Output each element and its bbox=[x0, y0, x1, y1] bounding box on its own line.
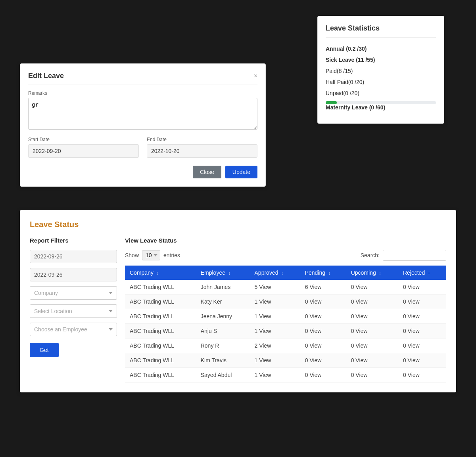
end-date-col: End Date bbox=[147, 137, 257, 158]
cell-rejected: 0 View bbox=[398, 309, 446, 324]
end-date-input[interactable] bbox=[147, 144, 257, 158]
sort-icon-upcoming: ↕ bbox=[379, 271, 381, 275]
cell-employee: Jeena Jenny bbox=[196, 309, 250, 324]
cell-rejected: 0 View bbox=[398, 294, 446, 309]
sort-icon-rejected: ↕ bbox=[428, 271, 430, 275]
start-date-col: Start Date bbox=[28, 137, 139, 158]
cell-pending: 0 View bbox=[300, 338, 346, 353]
company-select[interactable]: Company bbox=[30, 286, 117, 300]
date-row: Start Date End Date bbox=[28, 137, 257, 158]
table-head: Company ↕ Employee ↕ Approved ↕ Pending … bbox=[125, 266, 446, 280]
cell-employee: John James bbox=[196, 280, 250, 294]
stat-annual: Annual (0.2 /30) bbox=[326, 46, 436, 52]
content-area: Report Filters Company Select Location C… bbox=[30, 237, 446, 382]
remarks-group: Remarks gr bbox=[28, 90, 257, 131]
cell-company: ABC Trading WLL bbox=[125, 353, 196, 368]
table-row: ABC Trading WLLKim Travis1 View0 View0 V… bbox=[125, 353, 446, 368]
cell-rejected: 0 View bbox=[398, 368, 446, 382]
view-header: View Leave Status bbox=[125, 237, 446, 244]
sort-icon-pending: ↕ bbox=[328, 271, 330, 275]
start-date-input[interactable] bbox=[28, 144, 139, 158]
table-row: ABC Trading WLLJohn James5 View6 View0 V… bbox=[125, 280, 446, 294]
cell-employee: Sayed Abdul bbox=[196, 368, 250, 382]
stats-title: Leave Statistics bbox=[326, 24, 436, 38]
section-title: Leave Status bbox=[30, 220, 446, 229]
cell-approved: 1 View bbox=[250, 309, 300, 324]
sort-icon-company: ↕ bbox=[157, 271, 159, 275]
maternity-progress-fill bbox=[326, 101, 337, 104]
col-employee[interactable]: Employee ↕ bbox=[196, 266, 250, 280]
cell-upcoming: 0 View bbox=[346, 324, 398, 338]
col-company[interactable]: Company ↕ bbox=[125, 266, 196, 280]
cell-approved: 1 View bbox=[250, 324, 300, 338]
sort-icon-employee: ↕ bbox=[228, 271, 230, 275]
filters-title: Report Filters bbox=[30, 237, 117, 244]
entries-select[interactable]: 10 25 50 bbox=[142, 250, 160, 260]
stat-annual-label: Annual (0.2 /30) bbox=[326, 46, 436, 52]
cell-company: ABC Trading WLL bbox=[125, 368, 196, 382]
entries-label: entries bbox=[163, 252, 180, 258]
show-entries: Show 10 25 50 entries bbox=[125, 250, 180, 260]
search-input[interactable] bbox=[383, 250, 446, 261]
filter-date1-input[interactable] bbox=[30, 250, 117, 263]
close-button[interactable]: Close bbox=[193, 166, 221, 178]
col-pending[interactable]: Pending ↕ bbox=[300, 266, 346, 280]
cell-pending: 0 View bbox=[300, 368, 346, 382]
show-label: Show bbox=[125, 252, 139, 258]
table-area: View Leave Status Show 10 25 50 entries … bbox=[125, 237, 446, 382]
cell-pending: 0 View bbox=[300, 294, 346, 309]
table-row: ABC Trading WLLSayed Abdul1 View0 View0 … bbox=[125, 368, 446, 382]
table-body: ABC Trading WLLJohn James5 View6 View0 V… bbox=[125, 280, 446, 382]
update-button[interactable]: Update bbox=[225, 166, 257, 178]
cell-upcoming: 0 View bbox=[346, 338, 398, 353]
edit-leave-modal: Edit Leave × Remarks gr Start Date End D… bbox=[20, 63, 266, 187]
employee-select[interactable]: Choose an Employee bbox=[30, 323, 117, 336]
stat-half-paid-label: Half Paid(0 /20) bbox=[326, 79, 436, 85]
cell-company: ABC Trading WLL bbox=[125, 280, 196, 294]
leave-table: Company ↕ Employee ↕ Approved ↕ Pending … bbox=[125, 266, 446, 382]
cell-pending: 6 View bbox=[300, 280, 346, 294]
stats-list: Annual (0.2 /30) Sick Leave (11 /55) Pai… bbox=[326, 46, 436, 111]
stat-unpaid: Unpaid(0 /20) bbox=[326, 90, 436, 96]
modal-footer: Close Update bbox=[28, 166, 257, 178]
col-rejected[interactable]: Rejected ↕ bbox=[398, 266, 446, 280]
cell-employee: Katy Ker bbox=[196, 294, 250, 309]
stat-sick-label: Sick Leave (11 /55) bbox=[326, 57, 436, 63]
get-button[interactable]: Get bbox=[30, 343, 59, 357]
stat-paid: Paid(8 /15) bbox=[326, 68, 436, 74]
search-label: Search: bbox=[361, 252, 380, 258]
modal-title: Edit Leave bbox=[28, 72, 64, 80]
table-row: ABC Trading WLLJeena Jenny1 View0 View0 … bbox=[125, 309, 446, 324]
cell-approved: 2 View bbox=[250, 338, 300, 353]
leave-status-section: Leave Status Report Filters Company Sele… bbox=[20, 210, 456, 392]
start-date-label: Start Date bbox=[28, 137, 139, 142]
col-approved[interactable]: Approved ↕ bbox=[250, 266, 300, 280]
cell-approved: 1 View bbox=[250, 353, 300, 368]
cell-employee: Anju S bbox=[196, 324, 250, 338]
cell-employee: Rony R bbox=[196, 338, 250, 353]
table-row: ABC Trading WLLKaty Ker1 View0 View0 Vie… bbox=[125, 294, 446, 309]
cell-company: ABC Trading WLL bbox=[125, 309, 196, 324]
modal-header: Edit Leave × bbox=[28, 72, 257, 84]
cell-company: ABC Trading WLL bbox=[125, 338, 196, 353]
table-row: ABC Trading WLLAnju S1 View0 View0 View0… bbox=[125, 324, 446, 338]
modal-close-icon[interactable]: × bbox=[254, 73, 257, 80]
stat-unpaid-label: Unpaid(0 /20) bbox=[326, 90, 436, 96]
cell-pending: 0 View bbox=[300, 324, 346, 338]
view-label: View bbox=[125, 237, 140, 244]
maternity-progress-bar bbox=[326, 101, 436, 104]
remarks-textarea[interactable]: gr bbox=[28, 98, 257, 130]
cell-upcoming: 0 View bbox=[346, 353, 398, 368]
table-row: ABC Trading WLLRony R2 View0 View0 View0… bbox=[125, 338, 446, 353]
cell-employee: Kim Travis bbox=[196, 353, 250, 368]
leave-stats-panel: Leave Statistics Annual (0.2 /30) Sick L… bbox=[317, 16, 444, 124]
stat-half-paid: Half Paid(0 /20) bbox=[326, 79, 436, 85]
stat-maternity-label: Maternity Leave (0 /60) bbox=[326, 104, 436, 111]
col-upcoming[interactable]: Upcoming ↕ bbox=[346, 266, 398, 280]
cell-rejected: 0 View bbox=[398, 353, 446, 368]
table-controls: Show 10 25 50 entries Search: bbox=[125, 250, 446, 261]
location-select[interactable]: Select Location bbox=[30, 304, 117, 318]
cell-approved: 1 View bbox=[250, 294, 300, 309]
filter-date2-input[interactable] bbox=[30, 268, 117, 281]
stat-paid-label: Paid(8 /15) bbox=[326, 68, 436, 74]
